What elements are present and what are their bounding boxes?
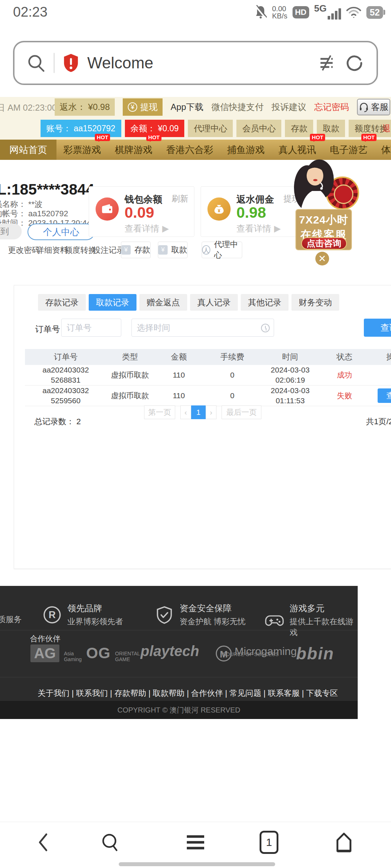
order-no-input[interactable] — [61, 319, 121, 337]
refresh-link[interactable]: 刷新 — [172, 193, 188, 204]
col-amount: 金额 — [154, 352, 204, 362]
cell-type: 虚拟币取款 — [106, 370, 154, 380]
cell-status: 失败 — [320, 391, 369, 401]
cell-type: 虚拟币取款 — [106, 391, 154, 401]
wechat-pay-link[interactable]: 微信快捷支付 — [211, 101, 264, 113]
customer-service-button[interactable]: 客服 — [357, 99, 390, 115]
menu-icon[interactable] — [184, 831, 207, 854]
wallet-balance-value: 0.09 — [125, 204, 154, 221]
status-icons: 0.00KB/s HD 5G 52 — [255, 5, 383, 20]
tab-finance-changes[interactable]: 财务变动 — [291, 294, 339, 311]
first-page-button[interactable]: 第一页 — [144, 405, 175, 419]
tab-other-records[interactable]: 其他记录 — [241, 294, 289, 311]
view-details-link[interactable]: 查看详情▶ — [236, 223, 281, 234]
refresh-icon[interactable] — [345, 53, 364, 73]
quick-withdraw-button[interactable]: ¥提现 — [123, 98, 163, 116]
headset-icon — [359, 102, 369, 112]
app-download-link[interactable]: App下载 — [171, 101, 203, 113]
cellular-signal-icon: 5G — [314, 5, 341, 20]
home-icon[interactable] — [332, 831, 356, 854]
col-action: 操作 — [369, 352, 391, 362]
search-icon[interactable] — [98, 831, 122, 854]
nav-item-sports[interactable]: 体育电竞 — [374, 140, 391, 160]
complaint-link[interactable]: 投诉建议 — [272, 101, 306, 113]
footer-feature: R 领先品牌 业界博彩领先者 — [43, 603, 123, 627]
footer-divider — [0, 677, 358, 677]
search-button[interactable]: 查询 — [364, 319, 391, 337]
nav-item-hk-lottery[interactable]: 香港六合彩 — [159, 140, 220, 160]
view-detail-button[interactable]: 查看 — [378, 388, 391, 403]
cs-close-icon[interactable]: ✕ — [315, 252, 329, 265]
agent-icon: 人 — [202, 245, 210, 255]
agent-center-quick-button[interactable]: 人代理中心 — [202, 242, 242, 258]
status-time: 02:23 — [13, 4, 47, 20]
money-bag-icon: ¥ — [207, 197, 231, 221]
tab-bonus-rebate[interactable]: 赠金返点 — [139, 294, 187, 311]
deposit-button[interactable]: 存款 — [285, 120, 313, 137]
network-speed: 0.00KB/s — [272, 5, 287, 20]
gesture-bar[interactable] — [119, 862, 275, 866]
table-row: aa2024030325259560 虚拟币取款 110 0 2024-03-0… — [25, 386, 391, 406]
change-password-link[interactable]: 更改密码 — [8, 245, 40, 256]
wallet-icon — [96, 197, 119, 221]
col-type: 类型 — [106, 352, 154, 362]
nav-item-lottery[interactable]: 彩票游戏HOT — [56, 140, 108, 160]
cell-time: 2024-03-0301:11:53 — [260, 386, 320, 406]
records-card: 存款记录 取款记录 赠金返点 真人记录 其他记录 财务变动 订单号： 查询 订单… — [14, 285, 391, 569]
table-header: 订单号 类型 金额 手续费 时间 状态 操作 — [25, 349, 391, 365]
security-warning-icon[interactable] — [63, 53, 79, 73]
table-row: aa2024030325268831 虚拟币取款 110 0 2024-03-0… — [25, 365, 391, 386]
nav-item-home[interactable]: 网站首页 — [0, 140, 56, 160]
nav-item-fishing[interactable]: 捕鱼游戏 — [220, 140, 272, 160]
rebate-amount-chip: 返水： ¥0.98 — [55, 98, 115, 116]
cs-panel: 7X24小时 在线客服 点击咨询 — [295, 209, 352, 250]
feature-subtitle: 业界博彩领先者 — [67, 616, 123, 627]
partner-logo-bbin: bbin — [296, 644, 334, 663]
cell-amount: 110 — [154, 371, 204, 379]
footer-links[interactable]: 关于我们 | 联系我们 | 存款帮助 | 取款帮助 | 合作伙伴 | 常见问题 … — [38, 688, 338, 699]
logout-link[interactable]: 退出 — [382, 123, 391, 134]
cs-floating-widget[interactable]: 7X24小时 在线客服 点击咨询 ✕ — [285, 156, 358, 264]
nav-item-board-games[interactable]: 棋牌游戏HOT — [108, 140, 159, 160]
quota-transfer-link[interactable]: 额度转换 — [64, 245, 96, 256]
reader-settings-icon[interactable] — [316, 53, 337, 73]
prev-page-button[interactable]: ‹ — [180, 405, 191, 419]
phone-screen: 02:23 0.00KB/s HD 5G 52 Welcome 日 AM 02:… — [0, 0, 391, 868]
deposit-quick-button[interactable]: ¥存款 — [121, 242, 151, 258]
time-range-input[interactable] — [131, 319, 274, 337]
cell-order-id: aa2024030325259560 — [41, 386, 91, 406]
search-icon[interactable] — [27, 54, 46, 72]
tab-count-button[interactable]: 1 — [260, 831, 278, 854]
footer-divider — [0, 630, 358, 630]
personal-center-button[interactable]: 个人中心 — [28, 224, 95, 240]
agent-center-button[interactable]: 代理中心 — [188, 120, 233, 137]
browser-url-bar[interactable]: Welcome — [13, 41, 378, 85]
gamepad-icon — [265, 611, 284, 630]
page-title-text[interactable]: Welcome — [87, 54, 154, 72]
forgot-password-link[interactable]: 忘记密码 — [314, 101, 349, 113]
footer-feature: 游戏多元 提供上千款在线游戏 — [265, 603, 358, 638]
profile-detail-link[interactable]: 详细资料 — [36, 245, 68, 256]
feature-subtitle: 资金护航 博彩无忧 — [180, 616, 245, 627]
tab-live-records[interactable]: 真人记录 — [190, 294, 238, 311]
feature-title: 游戏多元 — [290, 603, 358, 614]
tab-withdraw-records[interactable]: 取款记录 — [89, 294, 136, 311]
divider — [54, 53, 55, 73]
partner-logo-asia-gaming: AG AsiaGaming — [30, 644, 81, 662]
tab-deposit-records[interactable]: 存款记录 — [38, 294, 86, 311]
bet-records-link[interactable]: 投注记录 — [93, 245, 125, 256]
cell-status: 成功 — [320, 370, 369, 380]
cell-fee: 0 — [204, 391, 260, 400]
current-page[interactable]: 1 — [191, 405, 206, 419]
registered-brand-icon: R — [43, 605, 62, 624]
last-page-button[interactable]: 最后一页 — [222, 405, 261, 419]
view-details-link[interactable]: 查看详情▶ — [125, 223, 169, 234]
withdraw-quick-button[interactable]: ¥取款 — [158, 242, 188, 258]
cs-consult-button[interactable]: 点击咨询 — [301, 237, 347, 250]
account-bar: 账号： aa1520792 余额： ¥0.09 代理中心 会员中心 存款 取款 … — [0, 117, 391, 140]
checkin-button[interactable]: 签到 — [0, 224, 22, 239]
next-page-button[interactable]: › — [206, 405, 216, 419]
member-center-button[interactable]: 会员中心 — [236, 120, 281, 137]
cell-fee: 0 — [204, 371, 260, 379]
back-icon[interactable] — [32, 831, 55, 854]
